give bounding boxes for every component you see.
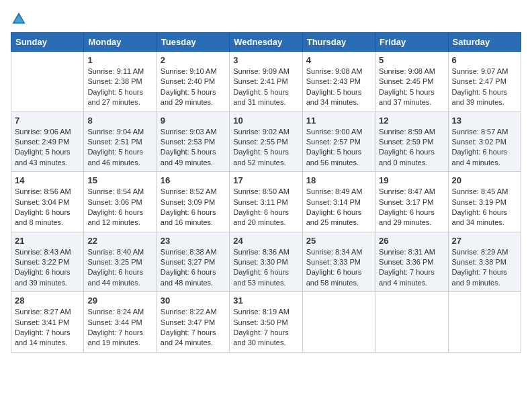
calendar-cell: 29Sunrise: 8:24 AM Sunset: 3:44 PM Dayli… [84,292,157,353]
day-info: Sunrise: 9:02 AM Sunset: 2:55 PM Dayligh… [233,127,298,169]
day-info: Sunrise: 9:04 AM Sunset: 2:51 PM Dayligh… [87,127,152,169]
day-number: 15 [87,175,152,185]
calendar-cell: 10Sunrise: 9:02 AM Sunset: 2:55 PM Dayli… [230,111,302,172]
day-info: Sunrise: 8:40 AM Sunset: 3:25 PM Dayligh… [87,247,152,289]
day-info: Sunrise: 9:10 AM Sunset: 2:40 PM Dayligh… [161,66,226,108]
calendar-cell: 28Sunrise: 8:27 AM Sunset: 3:41 PM Dayli… [11,292,84,353]
calendar-cell [448,292,521,353]
day-info: Sunrise: 8:56 AM Sunset: 3:04 PM Dayligh… [15,187,80,228]
calendar-cell: 5Sunrise: 9:08 AM Sunset: 2:45 PM Daylig… [375,52,448,112]
day-info: Sunrise: 8:38 AM Sunset: 3:27 PM Dayligh… [161,247,226,289]
day-number: 10 [233,116,298,126]
day-number: 27 [452,236,517,246]
day-number: 19 [379,175,444,185]
day-info: Sunrise: 9:06 AM Sunset: 2:49 PM Dayligh… [15,127,80,169]
day-number: 11 [306,116,371,126]
day-info: Sunrise: 8:43 AM Sunset: 3:22 PM Dayligh… [15,247,80,289]
day-number: 23 [161,236,226,246]
calendar-cell: 20Sunrise: 8:45 AM Sunset: 3:19 PM Dayli… [448,172,521,232]
calendar-cell: 21Sunrise: 8:43 AM Sunset: 3:22 PM Dayli… [11,232,84,292]
day-number: 1 [87,55,152,65]
calendar-cell: 7Sunrise: 9:06 AM Sunset: 2:49 PM Daylig… [11,111,84,172]
day-info: Sunrise: 9:09 AM Sunset: 2:41 PM Dayligh… [233,66,298,108]
calendar-cell: 17Sunrise: 8:50 AM Sunset: 3:11 PM Dayli… [230,172,302,232]
logo [11,11,30,27]
calendar-cell [11,52,84,112]
day-number: 30 [161,295,226,306]
day-info: Sunrise: 8:45 AM Sunset: 3:19 PM Dayligh… [452,187,517,228]
calendar-cell: 14Sunrise: 8:56 AM Sunset: 3:04 PM Dayli… [11,172,84,232]
day-info: Sunrise: 8:47 AM Sunset: 3:17 PM Dayligh… [379,187,444,228]
day-number: 31 [233,295,298,306]
weekday-header-saturday: Saturday [448,33,521,52]
calendar-cell: 16Sunrise: 8:52 AM Sunset: 3:09 PM Dayli… [157,172,229,232]
calendar-cell: 8Sunrise: 9:04 AM Sunset: 2:51 PM Daylig… [84,111,157,172]
day-info: Sunrise: 9:03 AM Sunset: 2:53 PM Dayligh… [161,127,226,169]
page-header [11,11,521,27]
day-info: Sunrise: 8:50 AM Sunset: 3:11 PM Dayligh… [233,187,298,228]
day-info: Sunrise: 8:24 AM Sunset: 3:44 PM Dayligh… [87,307,152,349]
day-number: 16 [161,175,226,185]
day-number: 12 [379,116,444,126]
day-number: 21 [15,236,80,246]
calendar-cell [302,292,375,353]
calendar-table: SundayMondayTuesdayWednesdayThursdayFrid… [11,32,521,353]
day-info: Sunrise: 8:59 AM Sunset: 2:59 PM Dayligh… [379,127,444,169]
calendar-cell: 1Sunrise: 9:11 AM Sunset: 2:38 PM Daylig… [84,52,157,112]
weekday-header-monday: Monday [84,33,157,52]
day-number: 25 [306,236,371,246]
calendar-cell: 3Sunrise: 9:09 AM Sunset: 2:41 PM Daylig… [230,52,302,112]
weekday-header-tuesday: Tuesday [157,33,229,52]
calendar-cell: 4Sunrise: 9:08 AM Sunset: 2:43 PM Daylig… [302,52,375,112]
weekday-header-wednesday: Wednesday [230,33,302,52]
logo-icon [11,11,27,27]
day-info: Sunrise: 8:49 AM Sunset: 3:14 PM Dayligh… [306,187,371,228]
day-number: 18 [306,175,371,185]
calendar-week-2: 7Sunrise: 9:06 AM Sunset: 2:49 PM Daylig… [11,111,521,172]
day-number: 3 [233,55,298,65]
calendar-cell: 25Sunrise: 8:34 AM Sunset: 3:33 PM Dayli… [302,232,375,292]
day-number: 17 [233,175,298,185]
day-number: 14 [15,175,80,185]
calendar-week-1: 1Sunrise: 9:11 AM Sunset: 2:38 PM Daylig… [11,52,521,112]
day-info: Sunrise: 8:54 AM Sunset: 3:06 PM Dayligh… [87,187,152,228]
calendar-cell: 24Sunrise: 8:36 AM Sunset: 3:30 PM Dayli… [230,232,302,292]
day-info: Sunrise: 9:00 AM Sunset: 2:57 PM Dayligh… [306,127,371,169]
day-info: Sunrise: 8:57 AM Sunset: 3:02 PM Dayligh… [452,127,517,169]
day-info: Sunrise: 9:07 AM Sunset: 2:47 PM Dayligh… [452,66,517,108]
calendar-week-4: 21Sunrise: 8:43 AM Sunset: 3:22 PM Dayli… [11,232,521,292]
day-number: 29 [87,295,152,306]
day-number: 9 [161,116,226,126]
calendar-cell [375,292,448,353]
calendar-cell: 22Sunrise: 8:40 AM Sunset: 3:25 PM Dayli… [84,232,157,292]
day-number: 26 [379,236,444,246]
calendar-cell: 19Sunrise: 8:47 AM Sunset: 3:17 PM Dayli… [375,172,448,232]
calendar-cell: 2Sunrise: 9:10 AM Sunset: 2:40 PM Daylig… [157,52,229,112]
day-number: 4 [306,55,371,65]
day-number: 6 [452,55,517,65]
calendar-cell: 9Sunrise: 9:03 AM Sunset: 2:53 PM Daylig… [157,111,229,172]
calendar-cell: 18Sunrise: 8:49 AM Sunset: 3:14 PM Dayli… [302,172,375,232]
day-number: 20 [452,175,517,185]
calendar-cell: 26Sunrise: 8:31 AM Sunset: 3:36 PM Dayli… [375,232,448,292]
day-number: 22 [87,236,152,246]
day-info: Sunrise: 8:34 AM Sunset: 3:33 PM Dayligh… [306,247,371,289]
day-info: Sunrise: 8:29 AM Sunset: 3:38 PM Dayligh… [452,247,517,289]
day-number: 7 [15,116,80,126]
day-info: Sunrise: 8:27 AM Sunset: 3:41 PM Dayligh… [15,307,80,349]
day-info: Sunrise: 8:19 AM Sunset: 3:50 PM Dayligh… [233,307,298,349]
calendar-cell: 27Sunrise: 8:29 AM Sunset: 3:38 PM Dayli… [448,232,521,292]
day-info: Sunrise: 9:11 AM Sunset: 2:38 PM Dayligh… [87,66,152,108]
calendar-cell: 30Sunrise: 8:22 AM Sunset: 3:47 PM Dayli… [157,292,229,353]
day-info: Sunrise: 8:31 AM Sunset: 3:36 PM Dayligh… [379,247,444,289]
day-number: 5 [379,55,444,65]
calendar-cell: 13Sunrise: 8:57 AM Sunset: 3:02 PM Dayli… [448,111,521,172]
weekday-header-thursday: Thursday [302,33,375,52]
day-info: Sunrise: 8:52 AM Sunset: 3:09 PM Dayligh… [161,187,226,228]
calendar-header: SundayMondayTuesdayWednesdayThursdayFrid… [11,33,521,52]
calendar-cell: 31Sunrise: 8:19 AM Sunset: 3:50 PM Dayli… [230,292,302,353]
day-info: Sunrise: 9:08 AM Sunset: 2:43 PM Dayligh… [306,66,371,108]
day-number: 13 [452,116,517,126]
day-number: 28 [15,295,80,306]
calendar-cell: 11Sunrise: 9:00 AM Sunset: 2:57 PM Dayli… [302,111,375,172]
